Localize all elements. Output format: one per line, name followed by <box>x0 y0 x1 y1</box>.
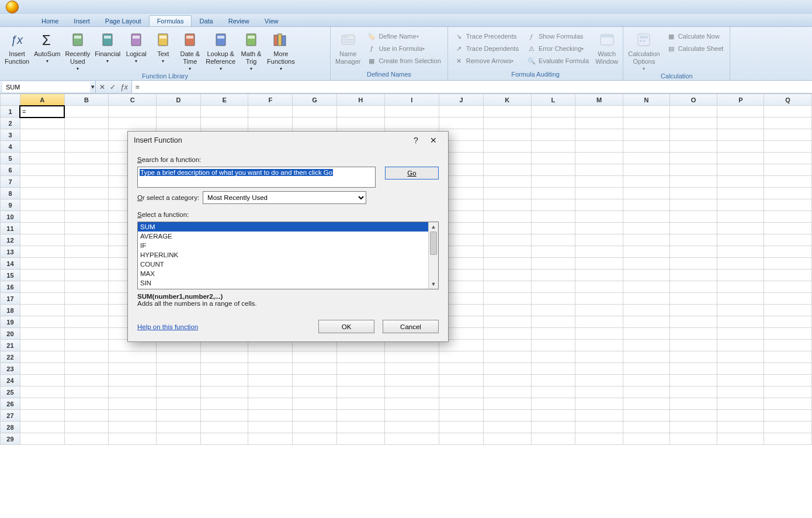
cell-I24[interactable] <box>384 375 439 386</box>
col-header-F[interactable]: F <box>248 94 293 106</box>
cell-M14[interactable] <box>575 258 623 270</box>
cell-Q5[interactable] <box>764 153 812 164</box>
more-button[interactable]: MoreFunctions▾ <box>265 29 297 72</box>
cell-J24[interactable] <box>439 375 484 386</box>
cell-A8[interactable] <box>20 188 64 199</box>
cell-D29[interactable] <box>157 433 201 445</box>
tab-page-layout[interactable]: Page Layout <box>98 16 149 26</box>
row-header-3[interactable]: 3 <box>1 129 20 141</box>
cell-A11[interactable] <box>20 223 64 234</box>
cell-N3[interactable] <box>623 129 670 141</box>
cell-I25[interactable] <box>384 386 439 398</box>
ok-button[interactable]: OK <box>318 320 374 333</box>
cell-J25[interactable] <box>439 386 484 398</box>
cell-L7[interactable] <box>531 176 575 188</box>
cell-M15[interactable] <box>575 270 623 281</box>
row-header-22[interactable]: 22 <box>1 351 20 363</box>
cell-B10[interactable] <box>64 211 109 223</box>
cell-F24[interactable] <box>248 375 293 386</box>
row-header-16[interactable]: 16 <box>1 281 20 293</box>
cell-M4[interactable] <box>575 141 623 153</box>
function-item-sum[interactable]: SUM <box>138 222 428 232</box>
cell-P7[interactable] <box>717 176 764 188</box>
cell-P18[interactable] <box>717 305 764 316</box>
row-header-23[interactable]: 23 <box>1 363 20 375</box>
row-header-21[interactable]: 21 <box>1 340 20 351</box>
cell-K6[interactable] <box>483 164 531 176</box>
col-header-C[interactable]: C <box>109 94 157 106</box>
cell-O14[interactable] <box>669 258 717 270</box>
cell-B11[interactable] <box>64 223 109 234</box>
cell-E2[interactable] <box>200 118 248 129</box>
cell-L20[interactable] <box>531 328 575 340</box>
col-header-L[interactable]: L <box>531 94 575 106</box>
cell-O12[interactable] <box>669 234 717 246</box>
cell-H25[interactable] <box>336 386 384 398</box>
function-item-average[interactable]: AVERAGE <box>138 232 428 241</box>
cell-M17[interactable] <box>575 293 623 305</box>
trace-dependents-button[interactable]: ↗Trace Dependents <box>453 43 520 54</box>
cell-C2[interactable] <box>109 118 157 129</box>
cell-E28[interactable] <box>200 422 248 433</box>
cell-L29[interactable] <box>531 433 575 445</box>
cell-L25[interactable] <box>531 386 575 398</box>
cell-F27[interactable] <box>248 410 293 422</box>
cell-P14[interactable] <box>717 258 764 270</box>
cell-G25[interactable] <box>293 386 337 398</box>
cell-L18[interactable] <box>531 305 575 316</box>
help-icon[interactable]: ? <box>407 136 425 145</box>
close-icon[interactable]: ✕ <box>425 136 442 145</box>
cell-B27[interactable] <box>64 410 109 422</box>
cell-O1[interactable] <box>669 106 717 118</box>
cell-O9[interactable] <box>669 199 717 211</box>
cell-A20[interactable] <box>20 328 64 340</box>
cell-P26[interactable] <box>717 398 764 410</box>
cell-G24[interactable] <box>293 375 337 386</box>
cell-C29[interactable] <box>109 433 157 445</box>
cell-B15[interactable] <box>64 270 109 281</box>
cell-L3[interactable] <box>531 129 575 141</box>
cell-J29[interactable] <box>439 433 484 445</box>
cell-Q18[interactable] <box>764 305 812 316</box>
row-header-2[interactable]: 2 <box>1 118 20 129</box>
cell-P10[interactable] <box>717 211 764 223</box>
cell-I29[interactable] <box>384 433 439 445</box>
cell-A17[interactable] <box>20 293 64 305</box>
cell-A29[interactable] <box>20 433 64 445</box>
cell-L14[interactable] <box>531 258 575 270</box>
cell-O24[interactable] <box>669 375 717 386</box>
cell-O25[interactable] <box>669 386 717 398</box>
cell-B26[interactable] <box>64 398 109 410</box>
tab-review[interactable]: Review <box>221 16 257 26</box>
cell-P3[interactable] <box>717 129 764 141</box>
remove-arrows-button[interactable]: ✕Remove Arrows <box>453 55 520 67</box>
row-header-27[interactable]: 27 <box>1 410 20 422</box>
cell-B21[interactable] <box>64 340 109 351</box>
cell-G28[interactable] <box>293 422 337 433</box>
cell-Q26[interactable] <box>764 398 812 410</box>
cell-K9[interactable] <box>483 199 531 211</box>
cell-E24[interactable] <box>200 375 248 386</box>
cell-B17[interactable] <box>64 293 109 305</box>
cell-P29[interactable] <box>717 433 764 445</box>
cell-J23[interactable] <box>439 363 484 375</box>
cell-N12[interactable] <box>623 234 670 246</box>
lookup-ref-button[interactable]: Lookup &Reference▾ <box>203 29 238 72</box>
cell-G27[interactable] <box>293 410 337 422</box>
cell-H22[interactable] <box>336 351 384 363</box>
formula-input[interactable]: = <box>131 81 812 93</box>
cell-P25[interactable] <box>717 386 764 398</box>
cell-Q23[interactable] <box>764 363 812 375</box>
tab-formulas[interactable]: Formulas <box>149 15 192 26</box>
cell-B8[interactable] <box>64 188 109 199</box>
cell-F22[interactable] <box>248 351 293 363</box>
row-header-9[interactable]: 9 <box>1 199 20 211</box>
cell-F29[interactable] <box>248 433 293 445</box>
cell-N1[interactable] <box>623 106 670 118</box>
cell-N11[interactable] <box>623 223 670 234</box>
text-button[interactable]: Text▾ <box>150 29 176 65</box>
calculate-sheet-button[interactable]: ▤Calculate Sheet <box>665 43 726 54</box>
cell-P28[interactable] <box>717 422 764 433</box>
cell-O26[interactable] <box>669 398 717 410</box>
col-header-G[interactable]: G <box>293 94 337 106</box>
